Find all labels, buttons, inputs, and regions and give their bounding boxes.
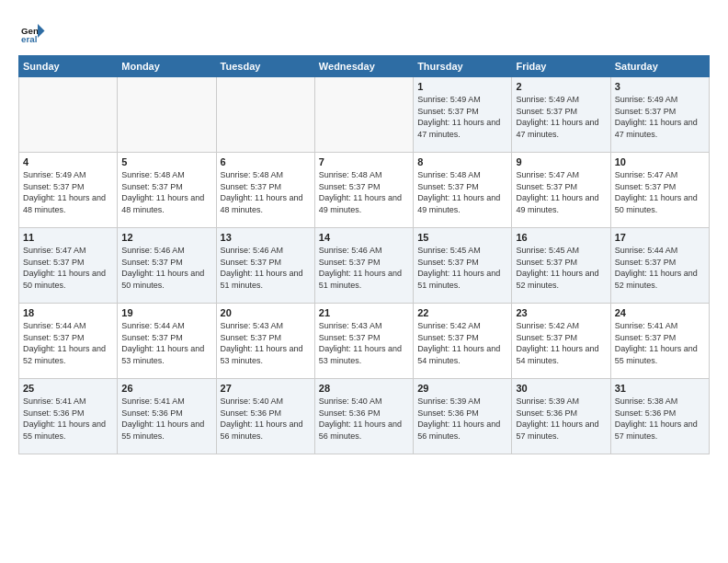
- day-info: Sunrise: 5:47 AMSunset: 5:37 PMDaylight:…: [23, 245, 113, 291]
- calendar-cell: 5Sunrise: 5:48 AMSunset: 5:37 PMDaylight…: [118, 153, 216, 228]
- day-info: Sunrise: 5:47 AMSunset: 5:37 PMDaylight:…: [615, 169, 705, 215]
- day-info: Sunrise: 5:41 AMSunset: 5:37 PMDaylight:…: [615, 320, 705, 366]
- day-number: 1: [417, 81, 507, 92]
- day-info: Sunrise: 5:44 AMSunset: 5:37 PMDaylight:…: [615, 245, 705, 291]
- calendar-cell: 26Sunrise: 5:41 AMSunset: 5:36 PMDayligh…: [118, 379, 216, 454]
- day-info: Sunrise: 5:49 AMSunset: 5:37 PMDaylight:…: [615, 94, 705, 140]
- weekday-header-friday: Friday: [512, 56, 610, 77]
- weekday-header-sunday: Sunday: [19, 56, 118, 77]
- calendar-cell: 9Sunrise: 5:47 AMSunset: 5:37 PMDaylight…: [512, 153, 610, 228]
- calendar-cell: 18Sunrise: 5:44 AMSunset: 5:37 PMDayligh…: [19, 304, 118, 379]
- calendar-cell: 3Sunrise: 5:49 AMSunset: 5:37 PMDaylight…: [610, 77, 709, 153]
- day-info: Sunrise: 5:43 AMSunset: 5:37 PMDaylight:…: [221, 320, 311, 366]
- day-info: Sunrise: 5:46 AMSunset: 5:37 PMDaylight:…: [319, 245, 409, 291]
- calendar-cell: 27Sunrise: 5:40 AMSunset: 5:36 PMDayligh…: [216, 379, 314, 454]
- day-info: Sunrise: 5:42 AMSunset: 5:37 PMDaylight:…: [516, 320, 606, 366]
- day-number: 24: [615, 307, 705, 318]
- day-info: Sunrise: 5:45 AMSunset: 5:37 PMDaylight:…: [516, 245, 606, 291]
- calendar-cell: [216, 77, 314, 153]
- day-number: 2: [516, 81, 606, 92]
- day-number: 9: [516, 156, 606, 167]
- day-info: Sunrise: 5:41 AMSunset: 5:36 PMDaylight:…: [121, 396, 211, 442]
- calendar-cell: 19Sunrise: 5:44 AMSunset: 5:37 PMDayligh…: [118, 304, 216, 379]
- calendar-cell: 31Sunrise: 5:38 AMSunset: 5:36 PMDayligh…: [610, 379, 709, 454]
- day-number: 26: [121, 383, 211, 394]
- weekday-header-monday: Monday: [118, 56, 216, 77]
- day-number: 15: [417, 232, 507, 243]
- logo-icon: Gen eral: [18, 18, 46, 46]
- day-number: 16: [516, 232, 606, 243]
- day-number: 20: [221, 307, 311, 318]
- day-number: 28: [319, 383, 409, 394]
- calendar-week-5: 25Sunrise: 5:41 AMSunset: 5:36 PMDayligh…: [19, 379, 710, 454]
- day-number: 13: [221, 232, 311, 243]
- calendar-cell: 6Sunrise: 5:48 AMSunset: 5:37 PMDaylight…: [216, 153, 314, 228]
- day-number: 29: [417, 383, 507, 394]
- weekday-header-tuesday: Tuesday: [216, 56, 314, 77]
- day-number: 22: [417, 307, 507, 318]
- day-info: Sunrise: 5:46 AMSunset: 5:37 PMDaylight:…: [221, 245, 311, 291]
- day-info: Sunrise: 5:48 AMSunset: 5:37 PMDaylight:…: [221, 169, 311, 215]
- day-number: 10: [615, 156, 705, 167]
- day-info: Sunrise: 5:40 AMSunset: 5:36 PMDaylight:…: [221, 396, 311, 442]
- day-info: Sunrise: 5:45 AMSunset: 5:37 PMDaylight:…: [417, 245, 507, 291]
- calendar-cell: 17Sunrise: 5:44 AMSunset: 5:37 PMDayligh…: [610, 228, 709, 304]
- day-number: 18: [23, 307, 113, 318]
- day-number: 7: [319, 156, 409, 167]
- day-info: Sunrise: 5:44 AMSunset: 5:37 PMDaylight:…: [23, 320, 113, 366]
- day-number: 14: [319, 232, 409, 243]
- calendar-cell: 16Sunrise: 5:45 AMSunset: 5:37 PMDayligh…: [512, 228, 610, 304]
- day-number: 6: [221, 156, 311, 167]
- svg-text:eral: eral: [21, 34, 38, 44]
- weekday-header-saturday: Saturday: [610, 56, 709, 77]
- day-info: Sunrise: 5:49 AMSunset: 5:37 PMDaylight:…: [516, 94, 606, 140]
- calendar-cell: 15Sunrise: 5:45 AMSunset: 5:37 PMDayligh…: [414, 228, 512, 304]
- day-info: Sunrise: 5:46 AMSunset: 5:37 PMDaylight:…: [121, 245, 211, 291]
- calendar-body: 1Sunrise: 5:49 AMSunset: 5:37 PMDaylight…: [19, 77, 710, 454]
- calendar-cell: 23Sunrise: 5:42 AMSunset: 5:37 PMDayligh…: [512, 304, 610, 379]
- calendar-cell: 10Sunrise: 5:47 AMSunset: 5:37 PMDayligh…: [610, 153, 709, 228]
- day-info: Sunrise: 5:44 AMSunset: 5:37 PMDaylight:…: [121, 320, 211, 366]
- day-number: 31: [615, 383, 705, 394]
- calendar-cell: 12Sunrise: 5:46 AMSunset: 5:37 PMDayligh…: [118, 228, 216, 304]
- day-info: Sunrise: 5:48 AMSunset: 5:37 PMDaylight:…: [319, 169, 409, 215]
- calendar-cell: 22Sunrise: 5:42 AMSunset: 5:37 PMDayligh…: [414, 304, 512, 379]
- day-info: Sunrise: 5:49 AMSunset: 5:37 PMDaylight:…: [23, 169, 113, 215]
- weekday-header-row: SundayMondayTuesdayWednesdayThursdayFrid…: [19, 56, 710, 77]
- day-number: 30: [516, 383, 606, 394]
- day-number: 3: [615, 81, 705, 92]
- day-info: Sunrise: 5:40 AMSunset: 5:36 PMDaylight:…: [319, 396, 409, 442]
- calendar-cell: 11Sunrise: 5:47 AMSunset: 5:37 PMDayligh…: [19, 228, 118, 304]
- calendar-cell: 14Sunrise: 5:46 AMSunset: 5:37 PMDayligh…: [314, 228, 413, 304]
- day-info: Sunrise: 5:41 AMSunset: 5:36 PMDaylight:…: [23, 396, 113, 442]
- calendar-cell: 30Sunrise: 5:39 AMSunset: 5:36 PMDayligh…: [512, 379, 610, 454]
- logo[interactable]: Gen eral: [18, 18, 48, 46]
- day-number: 17: [615, 232, 705, 243]
- calendar-week-2: 4Sunrise: 5:49 AMSunset: 5:37 PMDaylight…: [19, 153, 710, 228]
- day-number: 21: [319, 307, 409, 318]
- day-info: Sunrise: 5:39 AMSunset: 5:36 PMDaylight:…: [516, 396, 606, 442]
- calendar-page: Gen eral SundayMondayTuesdayWednesdayThu…: [0, 0, 728, 563]
- calendar-cell: 2Sunrise: 5:49 AMSunset: 5:37 PMDaylight…: [512, 77, 610, 153]
- calendar-cell: 4Sunrise: 5:49 AMSunset: 5:37 PMDaylight…: [19, 153, 118, 228]
- calendar-week-1: 1Sunrise: 5:49 AMSunset: 5:37 PMDaylight…: [19, 77, 710, 153]
- day-info: Sunrise: 5:43 AMSunset: 5:37 PMDaylight:…: [319, 320, 409, 366]
- day-info: Sunrise: 5:42 AMSunset: 5:37 PMDaylight:…: [417, 320, 507, 366]
- calendar-cell: 21Sunrise: 5:43 AMSunset: 5:37 PMDayligh…: [314, 304, 413, 379]
- calendar-cell: 7Sunrise: 5:48 AMSunset: 5:37 PMDaylight…: [314, 153, 413, 228]
- calendar-week-3: 11Sunrise: 5:47 AMSunset: 5:37 PMDayligh…: [19, 228, 710, 304]
- calendar-cell: 8Sunrise: 5:48 AMSunset: 5:37 PMDaylight…: [414, 153, 512, 228]
- day-number: 4: [23, 156, 113, 167]
- day-number: 8: [417, 156, 507, 167]
- calendar-week-4: 18Sunrise: 5:44 AMSunset: 5:37 PMDayligh…: [19, 304, 710, 379]
- day-info: Sunrise: 5:49 AMSunset: 5:37 PMDaylight:…: [417, 94, 507, 140]
- calendar-cell: 24Sunrise: 5:41 AMSunset: 5:37 PMDayligh…: [610, 304, 709, 379]
- calendar-cell: 13Sunrise: 5:46 AMSunset: 5:37 PMDayligh…: [216, 228, 314, 304]
- weekday-header-wednesday: Wednesday: [314, 56, 413, 77]
- calendar-cell: 29Sunrise: 5:39 AMSunset: 5:36 PMDayligh…: [414, 379, 512, 454]
- day-number: 12: [121, 232, 211, 243]
- calendar-cell: [19, 77, 118, 153]
- calendar-cell: 28Sunrise: 5:40 AMSunset: 5:36 PMDayligh…: [314, 379, 413, 454]
- day-number: 11: [23, 232, 113, 243]
- day-info: Sunrise: 5:47 AMSunset: 5:37 PMDaylight:…: [516, 169, 606, 215]
